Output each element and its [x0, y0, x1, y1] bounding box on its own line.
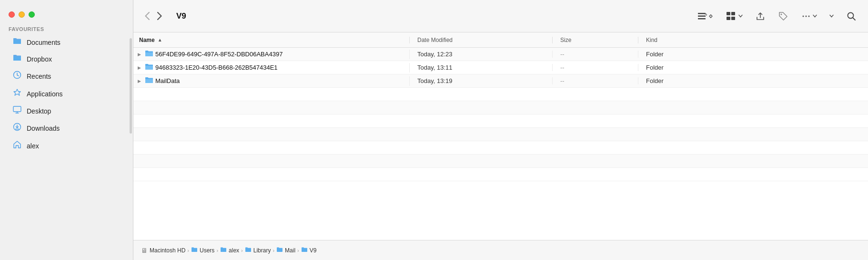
empty-row — [133, 141, 868, 155]
hard-drive-icon: 🖥 — [141, 247, 148, 254]
sidebar-item-alex-label: alex — [27, 142, 39, 150]
folder-icon — [301, 247, 308, 254]
desktop-icon — [12, 106, 22, 116]
breadcrumb-item-users[interactable]: Users — [191, 247, 214, 254]
clock-icon — [12, 71, 22, 82]
sidebar-item-applications[interactable]: Applications — [4, 85, 129, 102]
icon-view-button[interactable] — [723, 9, 746, 23]
table-header: Name ▲ Date Modified Size Kind — [133, 32, 868, 48]
empty-row — [133, 114, 868, 128]
svg-rect-9 — [731, 17, 735, 20]
sidebar-item-dropbox-label: Dropbox — [27, 55, 52, 63]
filename: 94683323-1E20-43D5-B668-262B547434E1 — [155, 64, 278, 71]
sidebar-item-downloads-label: Downloads — [27, 125, 60, 132]
folder-icon — [145, 50, 153, 59]
svg-rect-1 — [13, 106, 21, 112]
expand-button[interactable]: ▶ — [135, 64, 143, 72]
sidebar-item-applications-label: Applications — [27, 90, 63, 98]
row-date: Today, 13:19 — [410, 77, 553, 84]
status-bar: 🖥 Macintosh HD › Users › alex › — [133, 240, 868, 260]
search-button[interactable] — [843, 9, 859, 23]
sidebar-item-desktop[interactable]: Desktop — [4, 103, 129, 119]
maximize-button[interactable] — [29, 11, 35, 18]
row-name-cell: ▶ 94683323-1E20-43D5-B668-262B547434E1 — [133, 63, 410, 73]
sidebar-item-recents-label: Recents — [27, 73, 51, 80]
toolbar: V9 — [133, 0, 868, 32]
column-header-date[interactable]: Date Modified — [410, 37, 553, 43]
svg-point-10 — [781, 13, 782, 15]
empty-row — [133, 128, 868, 141]
dropbox-folder-icon — [12, 54, 22, 64]
sidebar: Favourites Documents Dropbox Recents App… — [0, 0, 133, 260]
svg-point-13 — [808, 15, 810, 17]
table-row[interactable]: ▶ 94683323-1E20-43D5-B668-262B547434E1 T… — [133, 61, 868, 74]
filename: MailData — [155, 77, 180, 84]
svg-rect-5 — [698, 18, 706, 20]
downloads-icon — [12, 123, 22, 134]
list-view-button[interactable] — [694, 9, 716, 23]
nav-buttons — [142, 10, 165, 22]
row-kind: Folder — [638, 77, 868, 84]
column-header-kind[interactable]: Kind — [638, 37, 868, 43]
traffic-lights — [0, 5, 133, 22]
column-header-name[interactable]: Name ▲ — [133, 37, 410, 43]
window-title: V9 — [176, 11, 186, 21]
close-button[interactable] — [9, 11, 15, 18]
row-kind: Folder — [638, 51, 868, 58]
svg-point-11 — [803, 15, 804, 17]
folder-icon — [145, 76, 153, 86]
folder-icon — [220, 247, 227, 254]
breadcrumb-separator: › — [297, 248, 299, 253]
back-button[interactable] — [142, 10, 152, 22]
breadcrumb-item-library[interactable]: Library — [245, 247, 271, 254]
folder-icon — [245, 247, 252, 254]
empty-row — [133, 168, 868, 181]
more-options-button[interactable] — [798, 9, 820, 23]
svg-rect-3 — [698, 13, 706, 14]
tag-button[interactable] — [775, 9, 791, 23]
row-size: -- — [553, 64, 638, 71]
empty-row — [133, 88, 868, 101]
row-size: -- — [553, 77, 638, 84]
sidebar-item-recents[interactable]: Recents — [4, 68, 129, 84]
toolbar-controls — [694, 9, 859, 23]
expand-button[interactable]: ▶ — [135, 51, 143, 58]
empty-row — [133, 101, 868, 114]
home-icon — [12, 140, 22, 151]
sidebar-item-downloads[interactable]: Downloads — [4, 120, 129, 136]
table-row[interactable]: ▶ 56F4DE99-649C-497A-8F52-DBD06ABA4397 T… — [133, 48, 868, 61]
expand-button[interactable]: ▶ — [135, 77, 143, 85]
main-area: V9 — [133, 0, 868, 260]
minimize-button[interactable] — [19, 11, 25, 18]
share-button[interactable] — [752, 9, 768, 23]
breadcrumb-separator: › — [273, 248, 274, 253]
breadcrumb-separator: › — [187, 248, 189, 253]
row-date: Today, 12:23 — [410, 51, 553, 58]
breadcrumb-item-mail[interactable]: Mail — [276, 247, 295, 254]
sidebar-item-documents[interactable]: Documents — [4, 34, 129, 50]
svg-rect-8 — [727, 17, 730, 20]
svg-rect-4 — [698, 15, 706, 17]
forward-button[interactable] — [154, 10, 165, 22]
svg-rect-7 — [731, 12, 735, 15]
svg-rect-6 — [727, 12, 730, 15]
breadcrumb-item-v9[interactable]: V9 — [301, 247, 317, 254]
sidebar-scrollbar[interactable] — [130, 38, 132, 134]
folder-icon — [12, 37, 22, 47]
svg-point-12 — [806, 15, 807, 17]
table-row[interactable]: ▶ MailData Today, 13:19 -- Folder — [133, 74, 868, 88]
sidebar-item-dropbox[interactable]: Dropbox — [4, 51, 129, 67]
view-options-dropdown[interactable] — [827, 12, 837, 20]
breadcrumb-item-hd[interactable]: 🖥 Macintosh HD — [141, 247, 185, 254]
breadcrumb-item-alex[interactable]: alex — [220, 247, 239, 254]
sidebar-item-desktop-label: Desktop — [27, 107, 51, 115]
favourites-label: Favourites — [0, 22, 133, 34]
breadcrumb-separator: › — [216, 248, 218, 253]
file-list-content: Name ▲ Date Modified Size Kind ▶ 56F4DE9… — [133, 32, 868, 240]
empty-row — [133, 155, 868, 168]
row-name-cell: ▶ 56F4DE99-649C-497A-8F52-DBD06ABA4397 — [133, 50, 410, 59]
column-header-size[interactable]: Size — [553, 37, 638, 43]
sidebar-item-alex[interactable]: alex — [4, 137, 129, 154]
applications-icon — [12, 88, 22, 99]
row-name-cell: ▶ MailData — [133, 76, 410, 86]
